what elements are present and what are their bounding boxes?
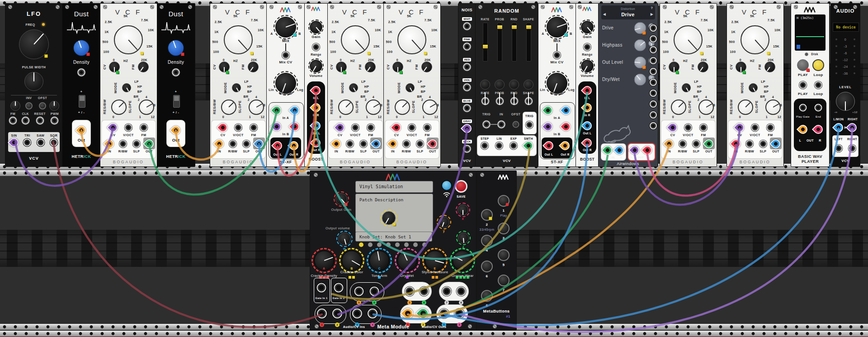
fm-input-jack[interactable] — [767, 124, 774, 132]
cutoff-knob[interactable] — [114, 25, 143, 54]
voct-input-jack[interactable] — [125, 124, 132, 132]
voct-input-jack[interactable] — [751, 124, 759, 132]
voct-input-jack[interactable] — [352, 124, 359, 132]
audio-cv-in-5-jack[interactable] — [354, 287, 364, 296]
fm-amount-knob[interactable] — [365, 62, 376, 72]
noise-jack[interactable] — [463, 22, 471, 30]
range-jack[interactable] — [312, 43, 320, 51]
noise-jack[interactable] — [463, 124, 471, 133]
res-cv-jack[interactable] — [403, 140, 410, 148]
slope-cv-jack[interactable] — [243, 140, 250, 148]
audio-cv-out-6-jack[interactable] — [420, 287, 429, 296]
voct-input-jack[interactable] — [408, 124, 416, 132]
gate-in-1-jack[interactable] — [317, 283, 326, 293]
res-bw-knob[interactable] — [738, 100, 753, 115]
help-button[interactable]: ? — [651, 6, 653, 10]
res-cv-jack[interactable] — [346, 140, 354, 148]
slope-knob[interactable] — [765, 100, 781, 115]
trig-input-jack[interactable] — [483, 121, 491, 128]
pulse-width-knob[interactable] — [24, 72, 43, 91]
cv-attenuator-knob[interactable] — [495, 80, 505, 90]
fm-amount-knob[interactable] — [138, 62, 149, 72]
mode-knob[interactable] — [406, 83, 415, 92]
noise-jack[interactable] — [463, 43, 471, 51]
fm-input-jack[interactable] — [140, 124, 148, 132]
in-jack[interactable] — [498, 121, 505, 128]
bipolar-switch[interactable] — [173, 95, 180, 108]
noise-jack[interactable] — [463, 63, 471, 71]
audio-cv-in-2-jack[interactable] — [332, 309, 342, 318]
output-jack[interactable] — [37, 138, 45, 147]
loop-button[interactable] — [812, 59, 824, 71]
slope-cv-jack[interactable] — [360, 140, 368, 148]
res-cv-jack[interactable] — [119, 140, 127, 148]
cutoff-knob[interactable] — [397, 25, 426, 54]
cv-input-jack[interactable] — [650, 90, 657, 97]
output-jack[interactable] — [50, 138, 58, 147]
output-jack[interactable] — [23, 138, 31, 147]
cv-input-jack[interactable] — [650, 100, 657, 108]
slope-knob[interactable] — [366, 100, 381, 115]
res-bw-knob[interactable] — [671, 100, 686, 115]
patch-name-field[interactable]: Vinyl Simulation — [355, 181, 433, 193]
loop-jack[interactable] — [815, 81, 822, 89]
mode-knob[interactable] — [122, 83, 131, 92]
volume-knob[interactable] — [581, 60, 594, 72]
gain-knob[interactable] — [310, 21, 322, 33]
audio-cv-in-6-jack[interactable] — [370, 287, 379, 296]
cutoff-knob[interactable] — [341, 25, 370, 54]
volume-knob[interactable] — [310, 60, 322, 72]
audio-cv-in-3-jack[interactable] — [352, 309, 362, 318]
fm-amount-knob[interactable] — [421, 62, 432, 72]
slope-knob[interactable] — [698, 100, 714, 115]
audio-cv-in-1-jack[interactable] — [317, 309, 327, 318]
fm-input-jack[interactable] — [250, 124, 258, 132]
fm-amount-knob[interactable] — [764, 62, 775, 72]
knob-set-dot[interactable] — [395, 242, 400, 247]
res-bw-knob[interactable] — [221, 100, 236, 115]
cv-input-jack[interactable] — [650, 35, 657, 43]
audio-cv-in-4-jack[interactable] — [368, 309, 377, 318]
cv-attenuator-knob[interactable] — [524, 80, 533, 90]
audio-cv-out-5-jack[interactable] — [405, 287, 415, 296]
output-jack[interactable] — [524, 142, 533, 150]
output-jack[interactable] — [495, 142, 503, 150]
slider-handle[interactable] — [482, 44, 488, 49]
knob-w[interactable] — [338, 233, 351, 245]
metabutton[interactable] — [498, 249, 509, 261]
next-algorithm-button[interactable]: ▶ — [651, 13, 654, 16]
level-knob[interactable] — [836, 92, 855, 111]
cv-input-jack[interactable] — [650, 79, 657, 86]
slider-handle[interactable] — [497, 25, 503, 29]
res-bw-knob[interactable] — [338, 100, 354, 115]
gain-knob[interactable] — [581, 21, 594, 33]
mix-cv-jack[interactable] — [553, 52, 561, 59]
voct-input-jack[interactable] — [235, 124, 242, 132]
knob-z[interactable] — [458, 233, 469, 243]
input-jack[interactable] — [9, 117, 17, 124]
output-jack[interactable] — [509, 142, 518, 150]
metabutton[interactable] — [498, 275, 509, 286]
metabutton[interactable] — [498, 223, 509, 234]
output-jack[interactable] — [481, 142, 489, 150]
slider-track[interactable] — [497, 23, 502, 62]
noise-jack[interactable] — [463, 145, 471, 153]
range-jack[interactable] — [584, 43, 591, 51]
fm-input-jack[interactable] — [367, 124, 375, 132]
knob-set-dot[interactable] — [404, 242, 409, 247]
play-gate-jack[interactable] — [799, 104, 807, 112]
ofst-button[interactable] — [39, 102, 46, 109]
noise-jack[interactable] — [463, 104, 471, 112]
knob-set-dot[interactable] — [377, 242, 382, 247]
fm-attenuator-knob[interactable] — [10, 101, 20, 111]
mode-knob[interactable] — [682, 83, 691, 92]
trig-output-jack[interactable] — [526, 121, 533, 129]
audio-cv-out-4-jack[interactable] — [454, 309, 464, 318]
cv-input-jack[interactable] — [650, 57, 657, 64]
audio-cv-out-3-jack[interactable] — [439, 309, 449, 318]
slope-knob[interactable] — [249, 100, 264, 115]
slope-cv-jack[interactable] — [760, 140, 767, 148]
mode-knob[interactable] — [349, 83, 358, 92]
patch-plug[interactable] — [461, 122, 473, 135]
knob-set-dot[interactable] — [413, 242, 418, 247]
